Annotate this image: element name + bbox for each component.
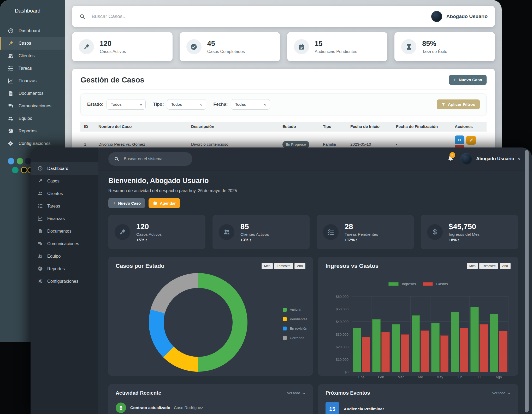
- period-button-mes[interactable]: Mes: [467, 263, 478, 269]
- users-icon: [8, 53, 14, 59]
- filter-select-tipo-[interactable]: Todos ⌄: [167, 99, 206, 110]
- bar-gastos-may: [440, 335, 449, 372]
- eye-icon: [457, 138, 462, 142]
- y-tick-label: $50.000: [328, 307, 348, 311]
- stat-value: 85: [240, 222, 269, 231]
- period-button-trimestre[interactable]: Trimestre: [479, 263, 498, 269]
- x-tick-label: Mar: [398, 375, 404, 379]
- recent-activity-card: Actividad Reciente Ver todo → Contrato a…: [108, 384, 313, 414]
- column-header-nombre-del-caso: Nombre del Caso: [95, 122, 187, 132]
- period-button-trimestre[interactable]: Trimestre: [274, 263, 293, 269]
- bar-ingresos-ene: [353, 328, 361, 372]
- sidebar-item-documentos[interactable]: Documentos: [31, 225, 98, 237]
- sidebar-item-tareas[interactable]: Tareas: [0, 62, 65, 75]
- sidebar-item-comunicaciones[interactable]: Comunicaciones: [0, 100, 65, 112]
- stat-value: 120: [136, 222, 162, 231]
- schedule-button[interactable]: Agendar: [149, 198, 180, 208]
- see-all-link[interactable]: Ver todo →: [287, 391, 305, 395]
- scrollbar[interactable]: [525, 150, 529, 412]
- event-day: 15: [326, 402, 339, 414]
- search-input[interactable]: [92, 14, 222, 19]
- user-menu[interactable]: Abogado Usuario: [431, 11, 488, 22]
- sidebar-item-label: Clientes: [47, 191, 63, 196]
- bar-chart: $0$10.000$20.000$30.000$40.000$50.000$60…: [352, 297, 509, 372]
- sidebar-item-tareas[interactable]: Tareas: [31, 200, 98, 212]
- sidebar-item-finanzas[interactable]: Finanzas: [31, 212, 98, 225]
- avatar: [431, 11, 442, 22]
- tasks-icon: [38, 203, 43, 209]
- event-title: Audiencia Preliminar: [344, 407, 384, 411]
- filter-select-estado-[interactable]: Todos ⌄: [107, 99, 146, 110]
- theme-dot-green[interactable]: [17, 158, 23, 164]
- new-case-button[interactable]: + Nuevo Caso: [108, 198, 145, 208]
- sidebar-item-finanzas[interactable]: Finanzas: [0, 75, 65, 87]
- sidebar-item-comunicaciones[interactable]: Comunicaciones: [31, 237, 98, 250]
- sidebar-item-reportes[interactable]: Reportes: [0, 125, 65, 137]
- sidebar-item-dashboard[interactable]: Dashboard: [0, 25, 65, 37]
- stat-card-casos-activos: 120 Casos Activos +5% ↑: [108, 215, 205, 249]
- sidebar-item-label: Tareas: [47, 204, 60, 209]
- sidebar-item-casos[interactable]: Casos: [31, 175, 98, 187]
- chevron-down-icon: ⌄: [200, 102, 203, 107]
- sidebar-item-documentos[interactable]: Documentos: [0, 87, 65, 100]
- stat-label: Casos Activos: [136, 232, 162, 237]
- team-icon: [38, 253, 43, 259]
- period-button-ano[interactable]: Año: [294, 263, 305, 269]
- search-input[interactable]: [124, 157, 184, 161]
- notifications-button[interactable]: 5: [447, 155, 454, 163]
- period-button-ano[interactable]: Año: [500, 263, 511, 269]
- filter-select-fecha-[interactable]: Todas ⌄: [231, 99, 270, 110]
- funnel-icon: [441, 103, 445, 107]
- sidebar-item-equipo[interactable]: Equipo: [0, 112, 65, 125]
- theme-dot-blue[interactable]: [8, 158, 14, 164]
- gavel-icon: [38, 178, 43, 184]
- stat-value: 28: [345, 222, 378, 231]
- avatar: [460, 153, 472, 165]
- apply-filters-button[interactable]: Aplicar Filtros: [437, 99, 480, 109]
- sidebar-item-reportes[interactable]: Reportes: [31, 262, 98, 275]
- see-all-link[interactable]: Ver todo →: [492, 391, 511, 395]
- theme-dot-teal[interactable]: [12, 167, 19, 173]
- table-header-row: IDNombre del CasoDescripciónEstadoTipoFe…: [80, 122, 487, 132]
- sidebar-item-casos[interactable]: Casos: [0, 37, 65, 50]
- legend-swatch: [283, 317, 287, 321]
- chart-title: Casos por Estado: [116, 263, 164, 269]
- theme-dot-black[interactable]: [21, 167, 27, 173]
- period-button-mes[interactable]: Mes: [262, 263, 273, 269]
- dollar-icon: [431, 228, 439, 236]
- bar-ingresos-feb: [372, 319, 381, 372]
- arrow-up-icon: ↑: [458, 238, 460, 242]
- y-tick-label: $30.000: [328, 332, 348, 336]
- comments-icon: [8, 103, 14, 109]
- gridline: [430, 297, 430, 372]
- plus-icon: +: [453, 78, 456, 82]
- divider: [80, 90, 487, 90]
- edit-button[interactable]: [466, 136, 476, 145]
- search-icon: [114, 156, 119, 162]
- sidebar-item-clientes[interactable]: Clientes: [31, 187, 98, 200]
- view-button[interactable]: [455, 135, 464, 144]
- gridline: [371, 297, 371, 372]
- filter-bar: Estado: Todos ⌄ Tipo: Todos ⌄ Fecha: Tod…: [80, 93, 487, 115]
- legend-label: En revisión: [290, 327, 307, 330]
- gridline: [509, 297, 509, 372]
- sidebar-item-label: Documentos: [47, 229, 72, 234]
- cases-by-status-card: Casos por Estado MesTrimestreAño Activos…: [108, 257, 313, 376]
- event-item: 15 Audiencia Preliminar: [326, 402, 511, 414]
- sidebar-item-label: Casos: [19, 41, 31, 46]
- user-name: Abogado Usuario: [446, 14, 488, 19]
- system-search: [108, 152, 192, 166]
- calendar-icon: [298, 43, 305, 50]
- sidebar-item-equipo[interactable]: Equipo: [31, 250, 98, 262]
- new-case-button[interactable]: + Nuevo Caso: [449, 75, 487, 85]
- arrow-right-icon: →: [507, 391, 511, 395]
- bar-gastos-mar: [401, 334, 409, 372]
- sidebar-item-clientes[interactable]: Clientes: [0, 50, 65, 62]
- chevron-down-icon: ⌄: [264, 102, 267, 107]
- period-buttons: MesTrimestreAño: [467, 263, 511, 269]
- sidebar-item-configuraciones[interactable]: Configuraciones: [31, 275, 98, 287]
- activity-list: Contrato actualizado - Caso Rodríguez: [116, 403, 305, 413]
- user-menu[interactable]: Abogado Usuario ∨: [460, 153, 521, 165]
- sidebar-item-dashboard[interactable]: Dashboard: [31, 162, 98, 175]
- gridline: [410, 297, 411, 372]
